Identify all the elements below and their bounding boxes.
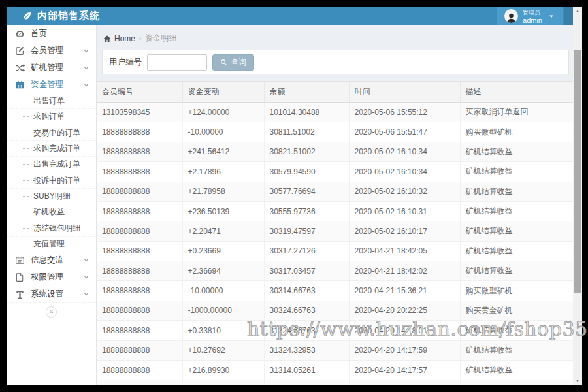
sidebar-item-member-management[interactable]: 会员管理 [7,42,96,59]
caret-down-icon [548,13,555,20]
tree-dash [23,212,29,212]
sidebar-item-permission-management[interactable]: 权限管理 [7,269,96,286]
table-cell: +236.50139 [182,201,264,221]
sidebar-item-miner-management[interactable]: 矿机管理 [7,59,96,76]
user-menu[interactable]: 管理员 admin [497,7,563,25]
sidebar-item-fund-management[interactable]: 资金管理 [7,76,96,93]
sidebar-item-system-settings[interactable]: 系统设置 [7,286,96,303]
sidebar-subitem-complaint-orders[interactable]: 投诉中的订单 [7,172,96,188]
sidebar-subitem-label: 交易中的订单 [33,127,80,139]
brand[interactable]: 内部销售系统 [7,10,100,22]
table-cell: 矿机结算收益 [460,261,573,281]
sidebar-subitem-label: 出售订单 [33,95,65,106]
table-cell: 30577.76694 [264,182,349,201]
table-cell: 2020-05-02 16:10:17 [349,221,460,241]
sidebar-subitem-miner-income[interactable]: 矿机收益 [7,204,96,220]
table-cell: 2020-04-21 18:42:05 [349,241,460,261]
window-scrollbar[interactable]: ▲ ▼ [573,7,582,385]
table-cell: 矿机结算收益 [460,182,573,201]
sidebar-item-label: 矿机管理 [31,62,63,73]
sidebar-subitem-trading-orders[interactable]: 交易中的订单 [7,125,96,141]
table-cell: 30317.27126 [264,241,349,261]
table-cell: 矿机结算收益 [460,321,573,340]
search-icon [220,59,227,66]
sidebar-subitem-buy-completed-orders[interactable]: 求购完成订单 [7,141,96,157]
sidebar-subitem-sell-completed-orders[interactable]: 出售完成订单 [7,157,96,172]
table-cell: 矿机结算收益 [460,201,573,221]
calendar-icon [15,80,25,90]
table-cell: 2020-04-21 15:36:21 [349,281,460,301]
breadcrumb-home-link[interactable]: Home [114,34,135,43]
scroll-up-arrow[interactable]: ▲ [573,7,582,16]
user-name: admin [523,17,542,24]
sidebar-subitem-buy-orders[interactable]: 求购订单 [7,109,96,125]
user-id-input[interactable] [147,54,207,71]
funds-table-panel: 会员编号资金变动余额时间描述 13103598345+124.000001010… [97,81,573,385]
scroll-down-arrow[interactable]: ▼ [573,376,582,385]
table-cell: 18888888888 [97,221,182,241]
table-row: 18888888888+236.5013930555.977362020-05-… [97,201,573,221]
table-cell: +241.56412 [182,142,264,161]
table-cell: +2.36694 [182,261,264,281]
table-row: 18888888888+2.2047130319.475972020-05-02… [97,221,573,241]
table-cell: 2020-05-06 15:55:12 [349,103,460,122]
table-cell: 30579.94590 [264,162,349,182]
sidebar-menu: 首页会员管理矿机管理资金管理出售订单求购订单交易中的订单求购完成订单出售完成订单… [7,25,96,303]
tree-dash [23,116,29,117]
table-cell: 矿机结算收益 [460,221,573,241]
table-row: 18888888888+2.1789630579.945902020-05-02… [97,162,573,182]
table-row: 18888888888+2.3669430317.034572020-04-21… [97,261,573,281]
sidebar-item-home[interactable]: 首页 [7,25,96,42]
table-cell: 2020-05-02 16:10:32 [349,182,460,201]
table-cell: 2020-05-02 16:10:31 [349,201,460,221]
table-cell: +0.33810 [182,321,264,340]
table-cell: +2.20471 [182,221,264,241]
breadcrumb-separator: › [139,35,142,42]
table-cell: 2020-04-20 14:17:55 [349,380,460,385]
table-cell: 18888888888 [97,321,182,340]
table-cell: 101014.30488 [264,103,349,122]
table-cell: +124.00000 [182,103,264,122]
table-cell: 买家取消订单返回 [460,103,573,122]
table-cell: 18888888888 [97,201,182,221]
table-cell: 18888888888 [97,340,182,360]
search-button[interactable]: 查询 [212,54,254,71]
sidebar-subitem-recharge-management[interactable]: 充值管理 [7,237,96,252]
breadcrumb: Home › 资金明细 [97,25,573,50]
table-cell: 30555.97736 [264,201,349,221]
sidebar-item-label: 系统设置 [31,289,63,300]
search-button-label: 查询 [231,57,246,68]
table-cell: +0.23669 [182,241,264,261]
column-header: 资金变动 [182,82,264,103]
chevron-down-icon [83,291,90,297]
table-cell: 31314.05261 [264,360,349,380]
sidebar-item-info-exchange[interactable]: 信息交流 [7,252,96,269]
table-cell: 2020-04-20 14:17:57 [349,360,460,380]
table-cell: 13103598345 [97,103,182,122]
table-cell: 30811.51002 [264,122,349,142]
table-cell: 18888888888 [97,380,182,385]
table-header-row: 会员编号资金变动余额时间描述 [97,82,573,103]
table-cell: 矿机结算收益 [460,162,573,182]
funds-table: 会员编号资金变动余额时间描述 13103598345+124.000001010… [97,82,573,385]
tree-dash [23,101,29,101]
sidebar-subitem-suby-detail[interactable]: SUBY明细 [7,189,96,204]
table-row: 18888888888+241.5641230821.510022020-05-… [97,142,573,161]
sidebar-collapse-button[interactable]: « [46,306,57,318]
table-cell: 2020-05-02 16:10:34 [349,162,460,182]
column-header: 会员编号 [97,82,182,103]
sidebar-subitem-sell-orders[interactable]: 出售订单 [7,93,96,109]
file-icon [15,272,25,282]
scrollbar-thumb[interactable] [574,50,581,293]
user-text: 管理员 admin [523,9,542,24]
table-cell: 购买黄金矿机 [460,301,573,320]
sidebar-subitem-label: 求购完成订单 [33,143,80,154]
table-cell: 矿机结算收益 [460,142,573,161]
chevron-down-icon [83,274,90,280]
chevron-down-icon [83,48,90,54]
table-cell: 30324.66763 [264,301,349,320]
sidebar-item-label: 会员管理 [31,45,63,56]
message-icon [15,255,25,265]
sidebar-subitem-frozen-wallet-detail[interactable]: 冻结钱包明细 [7,220,96,236]
table-cell: -10.00000 [182,281,264,301]
